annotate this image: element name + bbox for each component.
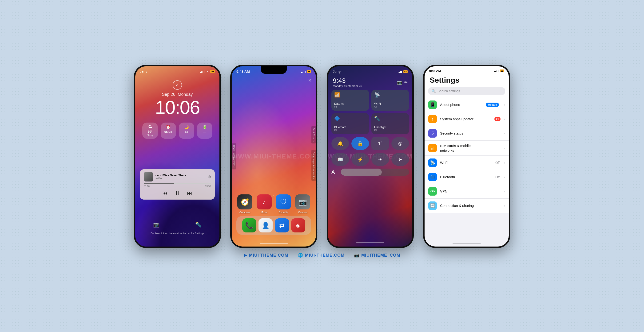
st-item-system-text: System apps updater [440, 117, 491, 121]
ls-camera-icon[interactable]: 📷 [153, 222, 160, 228]
dock-transfer-icon[interactable]: ⇄ [275, 218, 289, 232]
st-status-icons: 58 [494, 69, 504, 72]
ls-widget-weather: 🌤 30° Cloudy [142, 123, 158, 139]
hs-watermark: WWW.MIUI-THEME.COM [232, 153, 316, 160]
st-label-about-phone: About phone [440, 103, 460, 107]
st-search-input[interactable]: 🔍 Search settings [428, 87, 505, 95]
moon-icon: 🌙 [184, 125, 189, 129]
app-music-icon: ♪ [256, 194, 272, 209]
st-item-security-status[interactable]: 🛡 Security status › [424, 126, 509, 141]
hs-close-button[interactable]: ✕ [308, 78, 312, 83]
footer-text-3: MIUITHEME_COM [361, 253, 400, 258]
st-item-vpn-text: VPN [440, 189, 500, 193]
st-item-vpn[interactable]: VPN VPN › [424, 184, 509, 199]
app-compass-icon: 🧭 [237, 194, 252, 209]
dock-phone-icon[interactable]: 📞 [242, 218, 256, 232]
side-panel-transparency[interactable]: Dock Transparency < [232, 144, 236, 169]
youtube-icon: ▶ [244, 253, 247, 258]
st-item-sim-text: SIM cards & mobilenetworks [440, 144, 500, 153]
cc-flashlight-icon: 🔦 [374, 116, 380, 121]
cc-small-tile-8[interactable]: ➤ [392, 153, 409, 166]
hs-dock: 📞 👤 ⇄ ◈ [236, 216, 311, 235]
st-label-system-apps: System apps updater [440, 117, 474, 121]
cc-small-tile-5[interactable]: 📖 [332, 153, 349, 166]
st-wifi-value: Off [495, 161, 500, 165]
st-status-bar: 9:44 AM 58 [424, 66, 509, 74]
cc-brightness-letter: A [332, 169, 338, 175]
cc-tile-bluetooth[interactable]: 🔷 Bluetooth Off [332, 113, 369, 134]
ls-time-current: 30:16 [144, 185, 150, 188]
app-compass[interactable]: 🧭 Compass [237, 194, 252, 214]
ls-forward-button[interactable]: ⏭ [187, 190, 192, 196]
st-search-bar: 🔍 Search settings [424, 87, 509, 98]
app-camera-icon: 📷 [295, 194, 310, 209]
st-icon-sim: 📶 [428, 144, 437, 152]
ls-widgets: 🌤 30° Cloudy ⏰ 05:25 🌙 13 [142, 123, 212, 139]
footer-text-2: MIUI-THEME.COM [305, 253, 344, 258]
ls-music-info: ce x I Was Never There fofiño [156, 174, 205, 180]
side-panel-color[interactable]: Dock Color > [312, 126, 316, 144]
ls-flashlight-icon[interactable]: 🔦 [195, 222, 202, 228]
st-label-connection: Connection & sharing [440, 203, 474, 207]
app-camera[interactable]: 📷 Camera [295, 194, 310, 214]
cc-edit-icon[interactable]: ✏ [404, 80, 408, 85]
ls-progress-bar[interactable] [144, 183, 211, 184]
hs-dock-chevron-icon[interactable]: ⌃ [272, 194, 276, 200]
cc-small-tile-4[interactable]: ◎ [392, 137, 409, 150]
cc-small-tile-7[interactable]: ✈ [372, 153, 389, 166]
cc-tile-flashlight[interactable]: 🔦 Flashlight Off [372, 113, 409, 134]
battery-badge: 5G [210, 70, 215, 73]
footer-link-2[interactable]: 🌐 MIUI-THEME.COM [298, 253, 344, 258]
search-icon: 🔍 [432, 89, 436, 93]
cc-time: 9:43 [333, 77, 362, 85]
st-icon-system-apps: ↑ [428, 115, 437, 123]
footer-link-3[interactable]: 📷 MIUITHEME_COM [354, 253, 400, 258]
phone3-inner: WWW.MIUI-THEME.COM Jerry 58 [328, 66, 412, 247]
wifi-icon: ▲ [206, 70, 209, 73]
app-compass-label: Compass [240, 211, 250, 214]
phone3-frame: WWW.MIUI-THEME.COM Jerry 58 [327, 65, 414, 248]
ls-widget-moon: 🌙 13 [179, 123, 194, 139]
cc-small-tile-3[interactable]: 1° [372, 137, 389, 150]
st-item-system-apps[interactable]: ↑ System apps updater 21 › [424, 112, 509, 126]
st-item-bluetooth[interactable]: 🔵 Bluetooth Off › [424, 170, 509, 184]
st-icon-security-status: 🛡 [428, 129, 437, 138]
cc-title-row: 9:43 Monday, September 26 📷 ✏ [333, 77, 408, 88]
footer-row: ▶ MIUI THEME.COM 🌐 MIUI-THEME.COM 📷 MIUI… [244, 253, 400, 258]
side-panel-height[interactable]: Dock Height Adjustment > [312, 150, 316, 181]
st-label-sim: SIM cards & mobilenetworks [440, 144, 471, 152]
ls-rewind-button[interactable]: ⏮ [162, 190, 168, 196]
st-item-security-text: Security status [440, 131, 500, 136]
app-music[interactable]: ♪ Music [256, 194, 272, 214]
st-label-bluetooth: Bluetooth [440, 175, 455, 179]
st-chevron-security: › [504, 132, 505, 135]
airplay-icon[interactable]: ⊕ [208, 174, 211, 179]
st-icon-connection: 🔄 [428, 201, 437, 210]
phone4-inner: 9:44 AM 58 Settings [424, 66, 509, 247]
ls-widget-alarm: ⏰ 05:25 [161, 123, 176, 139]
cc-flashlight-state: Off [374, 129, 406, 132]
cc-brightness-slider[interactable] [341, 168, 409, 176]
ls-pause-button[interactable]: ⏸ [174, 189, 180, 197]
dock-contacts-icon[interactable]: 👤 [258, 218, 272, 232]
footer-link-1[interactable]: ▶ MIUI THEME.COM [244, 253, 288, 258]
st-item-connection[interactable]: 🔄 Connection & sharing › [424, 199, 509, 213]
st-item-wifi[interactable]: 📡 Wi-Fi Off › [424, 156, 509, 170]
st-item-connection-text: Connection & sharing [440, 203, 500, 208]
cc-small-tile-1[interactable]: 🔔 [332, 137, 349, 150]
ls-time-total: 33:59 [205, 185, 211, 188]
st-item-sim[interactable]: 📶 SIM cards & mobilenetworks › [424, 141, 509, 156]
st-label-vpn: VPN [440, 189, 447, 193]
st-item-about-phone[interactable]: 📱 About phone Update › [424, 98, 509, 112]
app-security[interactable]: 🛡 Security [276, 194, 291, 214]
lockscreen-bg: Jerry ▲ 5G [135, 66, 220, 247]
hs-notch [261, 66, 287, 74]
cc-camera-shortcut-icon[interactable]: 📷 [397, 80, 402, 85]
dock-stack-icon[interactable]: ◈ [291, 218, 305, 232]
cc-small-tile-2-active[interactable]: 🔒 [352, 137, 369, 150]
cc-tile-data[interactable]: 📶 Data Mc off [332, 90, 369, 111]
cc-tile-wifi[interactable]: 📡 Wi-Fi Off [372, 90, 409, 111]
cc-bg: WWW.MIUI-THEME.COM Jerry 58 [328, 66, 412, 247]
ls-bottom-bar: 📷 🔦 [135, 222, 220, 228]
cc-small-tile-6[interactable]: ⚡ [352, 153, 369, 166]
